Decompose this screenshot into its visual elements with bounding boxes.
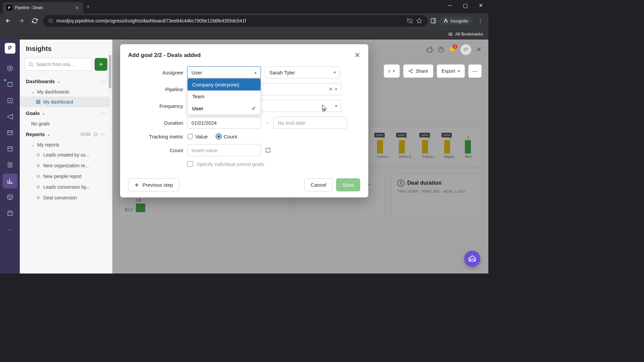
section-more-icon[interactable]: ⋯: [101, 78, 106, 84]
count-input[interactable]: [187, 144, 261, 156]
dropdown-option-user[interactable]: User ✓: [187, 102, 261, 115]
svg-point-32: [411, 72, 413, 73]
svg-rect-14: [39, 100, 40, 102]
reload-button[interactable]: [30, 15, 40, 26]
report-item[interactable]: New people report: [20, 171, 109, 182]
pipeline-label: Pipeline: [130, 86, 183, 92]
rail-campaigns-icon[interactable]: [3, 109, 17, 124]
assignee-dropdown: Company (everyone) Team User ✓: [187, 78, 261, 115]
dashboards-section[interactable]: Dashboards ⌄ ⋯: [20, 75, 112, 87]
assignee-user-select[interactable]: Sarah Tyler ▾: [265, 66, 340, 78]
modal-close-button[interactable]: ✕: [354, 51, 360, 60]
rail-mail-icon[interactable]: [3, 125, 17, 140]
filter-dropdown[interactable]: r ▾: [384, 64, 400, 78]
tracking-count-radio[interactable]: Count: [216, 133, 237, 139]
svg-rect-13: [37, 100, 38, 102]
specify-periods-checkbox[interactable]: [187, 161, 193, 167]
tab-close-icon[interactable]: ✕: [75, 5, 79, 10]
rail-insights-icon[interactable]: [3, 174, 17, 188]
report-item[interactable]: Leads conversion by...: [20, 182, 109, 192]
report-item[interactable]: Deal conversion: [20, 192, 109, 203]
report-item[interactable]: Leads created by us...: [20, 149, 109, 160]
search-input[interactable]: Search from insi...: [24, 58, 92, 71]
dropdown-option-team[interactable]: Team: [187, 90, 261, 102]
side-panel-icon[interactable]: [430, 18, 436, 24]
close-panel-icon[interactable]: ✕: [476, 46, 482, 54]
duration-end-input[interactable]: [273, 117, 347, 129]
chevron-down-icon: ⌄: [47, 132, 50, 137]
report-item[interactable]: New organization re...: [20, 160, 109, 171]
visibility-icon[interactable]: [407, 18, 413, 24]
modal-title: Add goal 2/2 - Deals added: [128, 52, 201, 59]
svg-point-12: [29, 63, 32, 66]
add-button[interactable]: +: [95, 58, 107, 71]
reports-section[interactable]: Reports ⌄ 0/150 ⋯: [20, 128, 112, 140]
share-button[interactable]: Share: [403, 64, 433, 78]
help-fab[interactable]: [464, 251, 480, 267]
incognito-badge[interactable]: Incognito: [439, 17, 472, 25]
my-dashboard-item[interactable]: My dashboard: [20, 97, 109, 107]
rail-more-icon[interactable]: ⋯: [3, 222, 17, 237]
svg-point-30: [411, 69, 413, 70]
user-avatar[interactable]: ST: [461, 44, 471, 55]
add-goal-modal: Add goal 2/2 - Deals added ✕ Assignee Us…: [120, 44, 368, 197]
my-reports-folder[interactable]: ⌄ My reports: [20, 140, 112, 149]
assignee-label: Assignee: [130, 70, 183, 75]
scrollbar-thumb[interactable]: [109, 55, 111, 88]
more-actions-button[interactable]: ⋯: [468, 64, 482, 78]
app-logo[interactable]: P: [5, 43, 15, 54]
svg-marker-1: [417, 18, 422, 23]
svg-rect-16: [39, 102, 40, 104]
forward-button[interactable]: [16, 15, 27, 26]
maximize-button[interactable]: ▢: [458, 0, 473, 11]
back-button[interactable]: [3, 15, 13, 26]
tab-title: Pipeline - Deals: [15, 5, 72, 10]
frequency-label: Frequency: [130, 103, 183, 109]
close-window-button[interactable]: ✕: [473, 0, 488, 11]
rail-activities-icon[interactable]: [3, 61, 17, 76]
recurrence-icon[interactable]: [265, 147, 271, 153]
svg-rect-6: [8, 82, 12, 86]
minimize-button[interactable]: ─: [442, 0, 458, 11]
rail-check-icon[interactable]: [3, 93, 17, 108]
svg-rect-9: [8, 146, 12, 151]
rail-deals-icon[interactable]: [3, 77, 17, 92]
sidebar-title: Insights: [20, 45, 112, 58]
my-dashboards-folder[interactable]: ⌄ My dashboards: [20, 87, 112, 97]
cancel-button[interactable]: Cancel: [304, 178, 333, 191]
rail-contacts-icon[interactable]: [3, 158, 17, 172]
rail-marketplace-icon[interactable]: [3, 206, 17, 221]
notifications-icon[interactable]: 2: [449, 46, 456, 54]
save-button[interactable]: Save: [336, 178, 360, 191]
help-icon[interactable]: [438, 46, 444, 53]
tracking-value-radio[interactable]: Value: [187, 133, 208, 139]
chevron-down-icon: ⌄: [42, 111, 45, 116]
rail-products-icon[interactable]: [3, 190, 17, 204]
rail-projects-icon[interactable]: [3, 141, 17, 156]
svg-point-25: [38, 187, 38, 187]
export-button[interactable]: Export ▾: [437, 64, 465, 78]
reports-count: 0/150: [80, 132, 91, 137]
address-bar[interactable]: moodjoy.pipedrive.com/progress/insights/…: [43, 15, 428, 26]
assignee-type-select[interactable]: User ▴: [187, 66, 261, 78]
new-tab-button[interactable]: +: [87, 4, 90, 10]
chevron-down-icon: ⌄: [31, 142, 35, 147]
url-text: moodjoy.pipedrive.com/progress/insights/…: [56, 18, 404, 23]
duration-start-input[interactable]: [187, 117, 261, 129]
browser-menu-button[interactable]: ⋮: [475, 15, 486, 26]
all-bookmarks-link[interactable]: All Bookmarks: [448, 32, 483, 37]
section-more-icon[interactable]: ⋯: [101, 110, 106, 116]
info-icon[interactable]: [93, 132, 98, 137]
svg-point-19: [38, 155, 38, 155]
dash-separator: -: [266, 120, 268, 126]
dropdown-option-company[interactable]: Company (everyone): [187, 79, 261, 90]
svg-point-27: [38, 197, 38, 198]
section-more-icon[interactable]: ⋯: [101, 131, 106, 137]
clear-icon[interactable]: ✕: [329, 86, 333, 92]
goals-section[interactable]: Goals ⌄ ⋯: [20, 107, 112, 119]
previous-step-button[interactable]: Previous step: [128, 178, 179, 191]
browser-tab[interactable]: P Pipeline - Deals ✕: [3, 2, 83, 13]
extensions-icon[interactable]: [426, 46, 433, 53]
svg-point-23: [38, 176, 38, 176]
bookmark-star-icon[interactable]: [416, 18, 422, 24]
